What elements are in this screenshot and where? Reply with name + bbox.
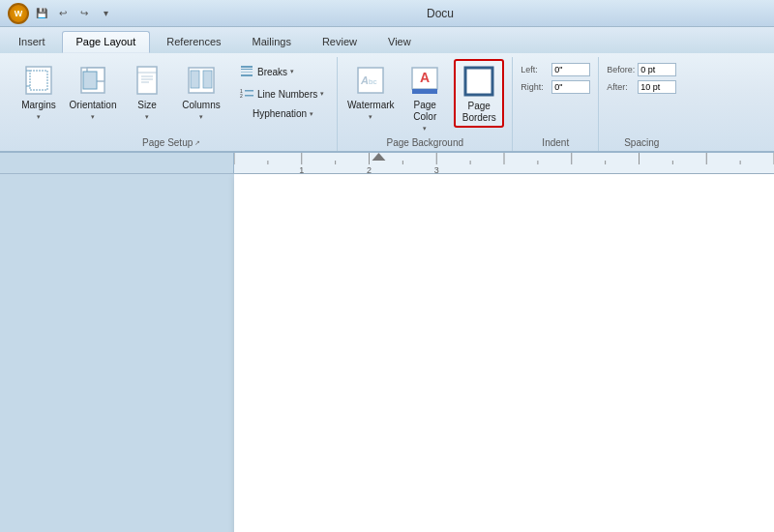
svg-rect-16 <box>241 69 253 70</box>
page-color-arrow: ▾ <box>423 125 427 133</box>
svg-text:bc: bc <box>369 77 376 86</box>
page-borders-button[interactable]: Page Borders <box>454 59 504 128</box>
tab-mailings[interactable]: Mailings <box>238 31 306 53</box>
svg-text:A: A <box>360 74 369 86</box>
page-borders-icon <box>461 64 496 99</box>
document-area <box>0 174 774 532</box>
svg-rect-21 <box>245 90 253 92</box>
size-arrow: ▾ <box>145 113 149 121</box>
svg-rect-6 <box>83 72 97 89</box>
page-background-label: Page Background <box>345 135 504 151</box>
indent-label-bottom: Indent <box>521 135 590 151</box>
size-label: Size <box>137 100 156 111</box>
spacing-after-label: After: <box>607 82 634 92</box>
spacing-group: Before: 0 pt After: 10 pt Spacing <box>599 57 684 151</box>
margins-label: Margins <box>21 100 56 111</box>
hyphenation-button[interactable]: Hyphenation ▾ <box>234 105 329 122</box>
orientation-arrow: ▾ <box>91 113 95 121</box>
ruler-main[interactable]: 1 2 3 <box>234 153 774 173</box>
ribbon-body: Margins ▾ Orientation ▾ <box>0 53 774 153</box>
columns-label: Columns <box>182 100 220 111</box>
spacing-after-input[interactable]: 10 pt <box>638 80 676 94</box>
svg-text:3: 3 <box>434 165 439 173</box>
orientation-icon <box>75 63 110 98</box>
tab-view[interactable]: View <box>373 31 426 53</box>
page-setup-content: Margins ▾ Orientation ▾ <box>14 59 329 135</box>
quick-access-dropdown[interactable]: ▾ <box>97 5 114 22</box>
svg-text:A: A <box>420 70 430 85</box>
title-bar-left: W 💾 ↩ ↪ ▾ <box>8 3 114 24</box>
spacing-before-label: Before: <box>607 65 634 74</box>
svg-rect-18 <box>241 74 253 76</box>
svg-rect-17 <box>241 72 253 73</box>
breaks-arrow: ▾ <box>290 68 294 75</box>
svg-rect-22 <box>245 95 253 97</box>
spacing-label-bottom: Spacing <box>607 135 676 151</box>
margins-arrow: ▾ <box>37 113 41 121</box>
svg-text:1: 1 <box>299 165 304 173</box>
indent-left-label: Left: <box>521 65 548 74</box>
indent-right-input[interactable]: 0" <box>551 80 590 94</box>
indent-content: Left: 0" Right: 0" <box>521 63 590 135</box>
page-borders-label: Page Borders <box>462 101 496 124</box>
page-setup-label: Page Setup ↗ <box>14 135 329 151</box>
watermark-arrow: ▾ <box>369 113 372 121</box>
svg-rect-14 <box>203 71 212 88</box>
columns-button[interactable]: Columns ▾ <box>176 59 226 124</box>
spacing-content: Before: 0 pt After: 10 pt <box>607 63 676 135</box>
title-bar-title: Docu <box>114 7 766 20</box>
svg-rect-15 <box>241 66 253 68</box>
line-numbers-button[interactable]: 1 2 Line Numbers ▾ <box>234 83 329 104</box>
columns-icon <box>184 63 219 98</box>
breaks-icon <box>239 64 254 79</box>
line-numbers-arrow: ▾ <box>320 90 324 98</box>
margins-icon <box>21 63 56 98</box>
svg-rect-13 <box>191 71 199 88</box>
watermark-icon: A bc <box>353 63 388 98</box>
line-numbers-icon: 1 2 <box>239 86 254 102</box>
orientation-label: Orientation <box>70 100 117 111</box>
margins-button[interactable]: Margins ▾ <box>14 59 64 124</box>
tab-review[interactable]: Review <box>308 31 372 53</box>
svg-rect-27 <box>412 89 437 94</box>
ruler: 1 2 3 <box>0 153 774 174</box>
spacing-before-row: Before: 0 pt <box>607 63 676 76</box>
watermark-button[interactable]: A bc Watermark ▾ <box>345 59 396 124</box>
quick-access-undo[interactable]: ↩ <box>54 5 72 22</box>
page-setup-expand-icon[interactable]: ↗ <box>194 139 200 147</box>
indent-left-input[interactable]: 0" <box>551 63 590 76</box>
svg-rect-29 <box>465 68 492 95</box>
svg-text:2: 2 <box>367 165 372 173</box>
orientation-button[interactable]: Orientation ▾ <box>68 59 118 124</box>
tab-page-layout[interactable]: Page Layout <box>62 31 151 53</box>
page-setup-group: Margins ▾ Orientation ▾ <box>6 57 338 151</box>
tab-references[interactable]: References <box>152 31 235 53</box>
size-button[interactable]: Size ▾ <box>122 59 172 124</box>
indent-left-row: Left: 0" <box>521 63 590 76</box>
indent-group: Left: 0" Right: 0" Indent <box>513 57 599 151</box>
page-color-label: Page Color <box>413 100 436 123</box>
ruler-left-margin <box>0 153 234 173</box>
quick-access-redo[interactable]: ↪ <box>75 5 93 22</box>
title-bar: W 💾 ↩ ↪ ▾ Docu <box>0 0 774 27</box>
page-background-content: A bc Watermark ▾ A Page Color ▾ <box>345 59 504 135</box>
tab-insert[interactable]: Insert <box>4 31 60 53</box>
hyphenation-arrow: ▾ <box>310 110 313 118</box>
hyphenation-label: Hyphenation <box>253 108 307 119</box>
svg-rect-7 <box>137 67 157 94</box>
svg-text:2: 2 <box>240 93 243 99</box>
quick-access-save[interactable]: 💾 <box>33 5 50 22</box>
document-page[interactable] <box>234 174 774 532</box>
columns-arrow: ▾ <box>199 113 203 121</box>
breaks-button[interactable]: Breaks ▾ <box>234 61 329 82</box>
office-button[interactable]: W <box>8 3 29 24</box>
watermark-label: Watermark <box>347 100 395 111</box>
page-setup-small-buttons: Breaks ▾ 1 2 Line Numbers ▾ <box>234 59 329 122</box>
indent-right-row: Right: 0" <box>521 80 590 94</box>
spacing-before-input[interactable]: 0 pt <box>638 63 676 76</box>
indent-right-label: Right: <box>521 82 548 92</box>
line-numbers-label: Line Numbers <box>257 89 317 100</box>
spacing-after-row: After: 10 pt <box>607 80 676 94</box>
page-color-icon: A <box>407 63 442 98</box>
page-color-button[interactable]: A Page Color ▾ <box>400 59 450 135</box>
